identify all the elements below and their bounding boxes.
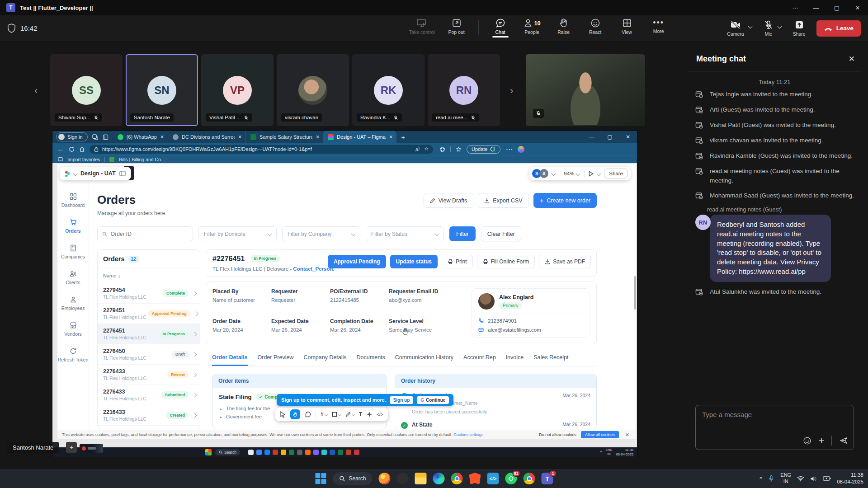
order-row[interactable]: 2216433TL Flex Holdings LLCCreated <box>98 405 200 426</box>
browser-tab-active[interactable]: Design - UAT – Figma✕ <box>323 131 396 143</box>
share-button[interactable]: Share <box>793 20 806 37</box>
clear-filter-button[interactable]: Clear Filter <box>481 226 521 241</box>
tab-order-details[interactable]: Order Details <box>212 354 248 366</box>
order-row[interactable]: 2276433TL Flex Holdings LLCSubmitted <box>98 385 200 405</box>
pop-out-button[interactable]: Pop out <box>447 18 467 38</box>
figma-logo-icon[interactable] <box>65 170 70 177</box>
new-tab-icon[interactable]: + <box>401 133 405 141</box>
fill-online-form-button[interactable]: Fill Online Form <box>477 255 535 268</box>
edge-icon[interactable] <box>433 473 445 484</box>
sidebar-item-orders[interactable]: Orders <box>57 216 89 236</box>
tab-company-details[interactable]: Company Details <box>303 354 346 366</box>
order-row[interactable]: 2276433TL Flex Holdings LLCReview <box>98 365 200 385</box>
layout-panel-icon[interactable] <box>119 171 126 176</box>
tray-chevron-icon[interactable]: ^ <box>600 450 602 455</box>
collaborator-avatar[interactable]: A <box>539 169 548 178</box>
raise-hand-button[interactable]: Raise <box>554 18 574 38</box>
sidebar-item-vendors[interactable]: Vendors <box>57 319 89 339</box>
shared-pinned-apps[interactable] <box>248 450 359 455</box>
chat-button[interactable]: Chat <box>491 18 510 38</box>
filter-button[interactable]: Filter <box>449 226 476 241</box>
presenter-add-button[interactable]: + <box>66 442 77 453</box>
firefox-icon[interactable] <box>379 473 391 484</box>
comment-tool-icon[interactable] <box>305 411 311 418</box>
taskbar-search[interactable]: Search <box>333 472 372 485</box>
order-row[interactable]: 2279454TL Flex Holdings LLCComplete <box>98 283 200 304</box>
minimize-button[interactable]: — <box>806 0 826 15</box>
favorites-bar-icon[interactable] <box>456 146 462 152</box>
close-tab-icon[interactable]: ✕ <box>389 134 393 140</box>
import-favorites-link[interactable]: Import favorites <box>67 157 100 162</box>
page-scrollbar[interactable] <box>634 276 636 310</box>
present-icon[interactable] <box>588 171 594 177</box>
view-drafts-button[interactable]: View Drafts <box>424 193 474 208</box>
tiles-scroll-left-icon[interactable]: ‹ <box>34 85 38 97</box>
shape-tool-icon[interactable] <box>332 412 341 417</box>
approval-pending-button[interactable]: Approval Pending <box>328 255 386 268</box>
present-chevron[interactable] <box>597 171 601 176</box>
start-button[interactable] <box>315 473 326 484</box>
titlebar-more-icon[interactable]: ⋯ <box>785 0 806 15</box>
cookie-close-icon[interactable]: ✕ <box>623 432 631 438</box>
app-icon-dark[interactable] <box>397 473 409 484</box>
browser-tab[interactable]: DC Divisions and Surroundings✕ <box>168 131 245 143</box>
participant-tile[interactable]: RK Ravindra K... <box>352 54 425 126</box>
hand-tool-icon-active[interactable] <box>290 409 300 419</box>
frame-tool-icon[interactable]: # <box>321 411 327 418</box>
order-row[interactable]: 2279451TL Flex Holdings LLCApproval Pend… <box>98 304 200 324</box>
close-tab-icon[interactable]: ✕ <box>316 134 320 140</box>
update-button[interactable]: Update <box>467 145 500 154</box>
save-as-pdf-button[interactable]: Save as PDF <box>539 255 591 268</box>
tab-account-rep[interactable]: Account Rep <box>463 354 496 366</box>
home-icon[interactable] <box>79 146 85 152</box>
tab-order-preview[interactable]: Order Preview <box>258 354 294 366</box>
chat-message-list[interactable]: Tejas Ingle was invited to the meeting. … <box>688 90 861 401</box>
order-row[interactable]: 2276450TL Flex Holdings LLCDraft <box>98 344 200 365</box>
favorite-star-icon[interactable]: ☆ <box>424 146 429 152</box>
teams-taskbar-icon[interactable]: T1 <box>542 473 553 484</box>
address-bar[interactable]: https://www.figma.com/design/9BKQ0FOHRWa… <box>90 145 433 154</box>
bookmark-link[interactable]: Bills | Billing and Co... <box>119 157 165 162</box>
maximize-button[interactable]: ▢ <box>826 0 847 15</box>
update-status-button[interactable]: Update status <box>390 255 438 268</box>
leave-button[interactable]: Leave <box>816 20 861 37</box>
file-menu-chevron[interactable] <box>73 171 78 176</box>
mic-button[interactable]: Mic <box>764 20 774 37</box>
chat-input[interactable]: Type a message + <box>695 405 854 450</box>
tab-documents[interactable]: Documents <box>357 354 385 366</box>
participant-tile[interactable]: SS Shivani Sup... <box>50 54 123 126</box>
copilot-icon[interactable] <box>518 146 524 153</box>
read-aloud-icon[interactable]: A) <box>415 146 420 152</box>
mini-player-widget[interactable] <box>80 444 103 453</box>
taskbar-clock[interactable]: 11:3808-04-2025 <box>837 472 863 485</box>
tiles-scroll-right-icon[interactable]: › <box>510 85 513 97</box>
export-csv-button[interactable]: Export CSV <box>478 193 528 208</box>
tray-mic-icon[interactable] <box>768 475 774 482</box>
participant-video-tile[interactable] <box>526 54 645 126</box>
back-icon[interactable]: ← <box>57 145 64 153</box>
shared-search-box[interactable]: Search <box>215 449 240 455</box>
signup-button[interactable]: Sign up <box>390 396 414 404</box>
people-button[interactable]: 10 People <box>522 18 542 38</box>
vscode-icon[interactable]: </> <box>487 473 499 484</box>
camera-options-chevron[interactable] <box>748 24 752 29</box>
participant-tile[interactable]: RN read.ai mee... <box>428 54 500 126</box>
browser-tab[interactable]: (6) WhatsApp✕ <box>113 131 168 143</box>
refresh-icon[interactable] <box>69 146 75 152</box>
tab-sales-receipt[interactable]: Sales Receipt <box>533 354 568 366</box>
text-tool-icon[interactable]: T <box>359 411 362 418</box>
view-button[interactable]: View <box>617 18 637 38</box>
shared-language-indicator[interactable]: ENGIN <box>605 448 612 456</box>
browser-profile-button[interactable]: Sign in <box>56 132 88 141</box>
cookie-settings-link[interactable]: Cookies settings <box>453 432 483 437</box>
wifi-icon[interactable] <box>797 476 804 482</box>
move-tool-icon[interactable] <box>280 411 286 418</box>
order-id-input[interactable] <box>111 231 188 237</box>
participant-tile[interactable]: SN Santosh Narate <box>126 54 198 126</box>
tab-communication-history[interactable]: Communication History <box>395 354 453 366</box>
close-tab-icon[interactable]: ✕ <box>238 134 242 140</box>
order-row-selected[interactable]: 2276451TL Flex Holdings LLCIn Progress <box>98 324 200 344</box>
collaborators-chevron[interactable] <box>552 171 556 176</box>
language-indicator[interactable]: ENGIN <box>780 472 791 485</box>
attach-plus-icon[interactable]: + <box>819 435 824 446</box>
